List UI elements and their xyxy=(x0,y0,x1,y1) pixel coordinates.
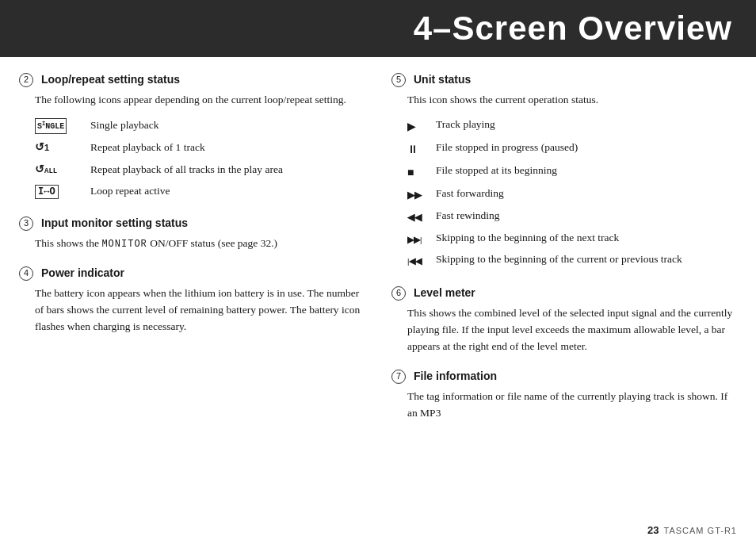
status-icon-prev: |◀◀ xyxy=(407,250,436,272)
section-6-body: This shows the combined level of the sel… xyxy=(407,305,737,355)
section-5-header: 5 Unit status xyxy=(391,73,737,87)
section-6-title: Level meter xyxy=(414,286,475,299)
icon-cell-repeat1: ↺1 xyxy=(35,136,90,159)
icon-cell-repeatall: ↺ALL xyxy=(35,159,90,181)
section-5: 5 Unit status This icon shows the curren… xyxy=(391,73,737,272)
status-row-prev: |◀◀ Skipping to the beginning of the cur… xyxy=(407,250,682,272)
brand-name: TASCAM GT-R1 xyxy=(664,526,737,535)
status-icon-next: ▶▶| xyxy=(407,228,436,251)
ff-icon: ▶▶ xyxy=(407,190,422,201)
status-desc-play: Track playing xyxy=(436,115,682,138)
section-7-title: File information xyxy=(414,370,497,382)
right-column: 5 Unit status This icon shows the curren… xyxy=(391,73,737,436)
section-2-header: 2 Loop/repeat setting status xyxy=(19,73,368,87)
section-7-number: 7 xyxy=(391,370,406,384)
repeatall-icon: ↺ALL xyxy=(35,163,57,175)
section-5-body: This icon shows the current operation st… xyxy=(407,92,737,272)
section-6: 6 Level meter This shows the combined le… xyxy=(391,286,737,355)
status-icon-rew: ◀◀ xyxy=(407,206,436,228)
section-3-title: Input monitor setting status xyxy=(41,216,188,229)
section-4-title: Power indicator xyxy=(41,266,124,279)
section-5-title: Unit status xyxy=(414,73,471,86)
status-row-stop: ■ File stopped at its beginning xyxy=(407,161,682,184)
section-2-intro: The following icons appear depending on … xyxy=(35,94,346,105)
section-4-body: The battery icon appears when the lithiu… xyxy=(35,285,368,335)
page-footer: 23 TASCAM GT-R1 xyxy=(647,524,737,536)
page-number: 23 xyxy=(647,524,659,536)
single-desc: Single playback xyxy=(90,115,283,137)
icon-cell-loop: I↔O xyxy=(35,181,90,202)
status-row-next: ▶▶| Skipping to the beginning of the nex… xyxy=(407,228,682,251)
loop-icons-table: SINGLE Single playback ↺1 Repeat playbac… xyxy=(35,115,283,202)
status-desc-next: Skipping to the beginning of the next tr… xyxy=(436,228,682,251)
icon-row-loop: I↔O Loop repeat active xyxy=(35,181,283,202)
section-3-body: This shows the MONITOR ON/OFF status (se… xyxy=(35,236,368,252)
section-7-body: The tag information or file name of the … xyxy=(407,389,737,422)
section-3-header: 3 Input monitor setting status xyxy=(19,216,368,231)
section-6-header: 6 Level meter xyxy=(391,286,737,301)
status-icon-ff: ▶▶ xyxy=(407,184,436,206)
status-desc-rew: Fast rewinding xyxy=(436,206,682,228)
section-4: 4 Power indicator The battery icon appea… xyxy=(19,266,368,335)
status-icon-pause: ⏸ xyxy=(407,138,436,161)
section-4-number: 4 xyxy=(19,266,33,281)
section-2-body: The following icons appear depending on … xyxy=(35,92,368,202)
monitor-text: MONITOR xyxy=(101,239,147,250)
status-icon-play: ▶ xyxy=(407,115,436,138)
status-desc-pause: File stopped in progress (paused) xyxy=(436,138,682,161)
loop-desc: Loop repeat active xyxy=(90,181,283,202)
section-6-number: 6 xyxy=(391,286,406,301)
section-3: 3 Input monitor setting status This show… xyxy=(19,216,368,252)
main-content: 2 Loop/repeat setting status The followi… xyxy=(0,57,756,444)
repeat1-icon: ↺1 xyxy=(35,140,49,153)
icon-row-repeat1: ↺1 Repeat playback of 1 track xyxy=(35,136,283,159)
unit-status-table: ▶ Track playing ⏸ File stopped in progre… xyxy=(407,115,682,272)
loop-icon: I↔O xyxy=(35,185,59,199)
stop-icon: ■ xyxy=(407,167,414,178)
rew-icon: ◀◀ xyxy=(407,212,422,223)
repeat1-desc: Repeat playback of 1 track xyxy=(90,136,283,159)
section-5-number: 5 xyxy=(391,73,406,87)
status-row-ff: ▶▶ Fast forwarding xyxy=(407,184,682,206)
repeatall-desc: Repeat playback of all tracks in the pla… xyxy=(90,159,283,181)
section-7: 7 File information The tag information o… xyxy=(391,370,737,422)
section-4-header: 4 Power indicator xyxy=(19,266,368,281)
icon-row-repeatall: ↺ALL Repeat playback of all tracks in th… xyxy=(35,159,283,181)
status-row-pause: ⏸ File stopped in progress (paused) xyxy=(407,138,682,161)
section-2-title: Loop/repeat setting status xyxy=(41,73,180,86)
status-desc-prev: Skipping to the beginning of the current… xyxy=(436,250,682,272)
status-desc-ff: Fast forwarding xyxy=(436,184,682,206)
section-5-intro: This icon shows the current operation st… xyxy=(407,94,598,105)
section-2: 2 Loop/repeat setting status The followi… xyxy=(19,73,368,202)
pause-icon: ⏸ xyxy=(407,144,418,155)
section-3-number: 3 xyxy=(19,216,33,231)
status-icon-stop: ■ xyxy=(407,161,436,184)
next-track-icon: ▶▶| xyxy=(407,235,422,244)
single-icon: SINGLE xyxy=(35,118,67,135)
icon-cell-single: SINGLE xyxy=(35,115,90,137)
section-2-number: 2 xyxy=(19,73,33,87)
section-7-header: 7 File information xyxy=(391,370,737,384)
left-column: 2 Loop/repeat setting status The followi… xyxy=(19,73,368,436)
icon-row-single: SINGLE Single playback xyxy=(35,115,283,137)
play-icon: ▶ xyxy=(407,121,416,132)
status-row-play: ▶ Track playing xyxy=(407,115,682,138)
page-title: 4–Screen Overview xyxy=(414,10,732,48)
prev-track-icon: |◀◀ xyxy=(407,256,422,266)
status-row-rew: ◀◀ Fast rewinding xyxy=(407,206,682,228)
page-header: 4–Screen Overview xyxy=(0,0,756,57)
status-desc-stop: File stopped at its beginning xyxy=(436,161,682,184)
